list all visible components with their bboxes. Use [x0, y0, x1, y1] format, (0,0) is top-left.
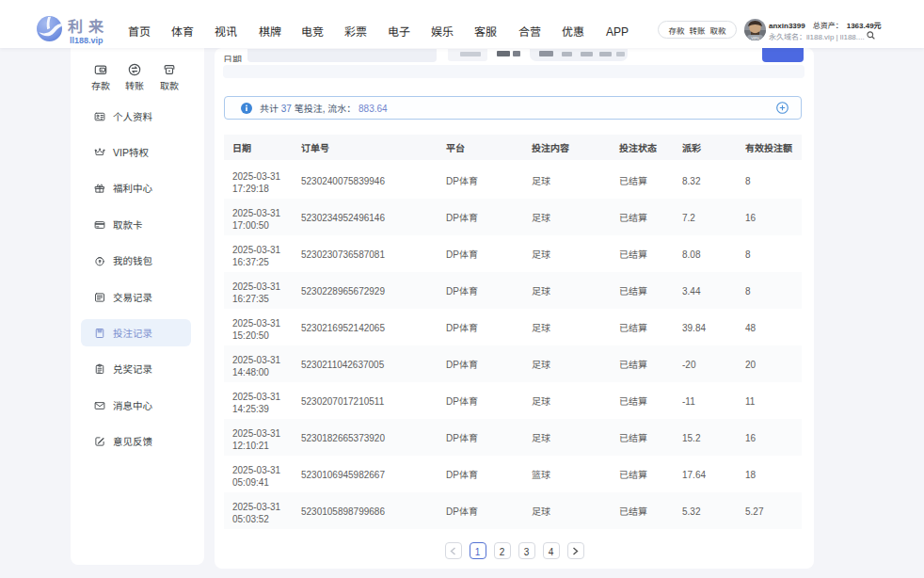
svg-text:VIP0: VIP0 — [751, 35, 759, 40]
